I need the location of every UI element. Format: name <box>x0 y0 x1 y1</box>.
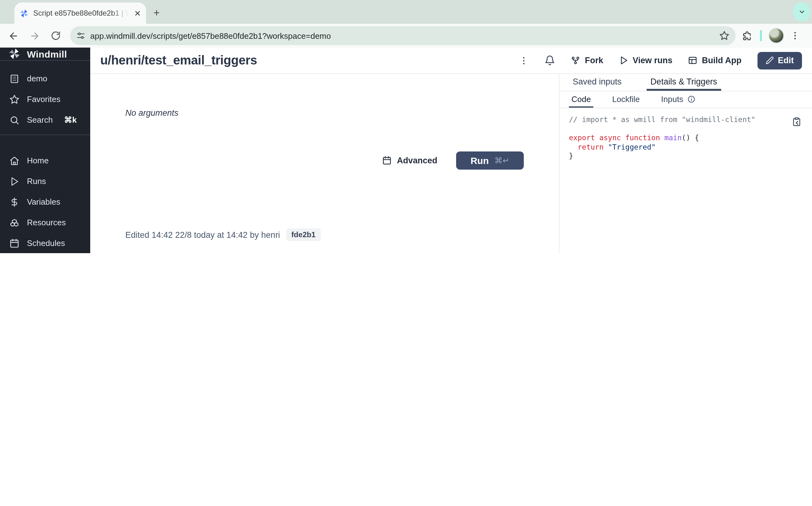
star-icon <box>9 94 19 104</box>
sidebar-item-label: demo <box>27 74 47 83</box>
subtab-label: Inputs <box>661 94 683 104</box>
code-viewer: // import * as wmill from "windmill-clie… <box>559 108 812 167</box>
toolbar-separator <box>760 30 762 41</box>
dollar-icon <box>9 197 19 207</box>
fork-label: Fork <box>585 56 603 65</box>
run-row: Advanced Run ⌘↵ <box>383 152 524 170</box>
edited-row: Edited 14:42 22/8 today at 14:42 by henr… <box>125 229 321 241</box>
subtab-lockfile[interactable]: Lockfile <box>610 91 642 108</box>
copy-code-button[interactable] <box>792 117 801 126</box>
header-actions: Fork View runs Build App Edit <box>519 52 812 69</box>
sidebar: Windmill demo Favorites Search ⌘k Home <box>0 48 90 253</box>
browser-toolbar: app.windmill.dev/scripts/get/e857be88e0f… <box>0 24 812 48</box>
kebab-icon <box>790 31 800 41</box>
extensions-button[interactable] <box>742 30 752 41</box>
more-options-button[interactable] <box>519 56 529 65</box>
browser-menu-button[interactable] <box>790 31 800 41</box>
tab-search-chevron[interactable] <box>793 2 810 21</box>
play-icon <box>619 56 628 65</box>
run-form-area: No arguments Advanced Run ⌘↵ Edited 14:4… <box>90 74 559 253</box>
details-panel: Saved inputs Details & Triggers Code Loc… <box>559 74 812 253</box>
kebab-icon <box>519 56 529 65</box>
avatar[interactable] <box>769 28 784 43</box>
sidebar-item-label: Runs <box>27 176 46 186</box>
info-icon <box>687 95 695 103</box>
back-button[interactable] <box>5 27 21 44</box>
sidebar-item-variables[interactable]: Variables <box>0 191 90 212</box>
details-subtabs: Code Lockfile Inputs <box>559 91 812 108</box>
arrow-right-icon <box>29 30 40 41</box>
sidebar-logo[interactable]: Windmill <box>0 48 90 61</box>
page-title: u/henri/test_email_triggers <box>100 53 257 68</box>
clipboard-icon <box>792 117 801 126</box>
sidebar-workspace-group: demo Favorites Search ⌘k <box>0 61 90 143</box>
chevron-down-icon <box>798 8 805 16</box>
sidebar-item-label: Variables <box>27 197 60 206</box>
script-header: u/henri/test_email_triggers Fork View ru… <box>90 48 812 74</box>
url-bar[interactable]: app.windmill.dev/scripts/get/e857be88e0f… <box>70 26 736 45</box>
advanced-button[interactable]: Advanced <box>383 156 437 165</box>
tab-label: Saved inputs <box>573 77 621 86</box>
search-icon <box>9 115 19 125</box>
subtab-label: Code <box>571 94 591 104</box>
pencil-icon <box>765 56 773 65</box>
sidebar-item-label: Home <box>27 156 49 165</box>
run-button[interactable]: Run ⌘↵ <box>456 152 524 170</box>
sidebar-item-runs[interactable]: Runs <box>0 171 90 191</box>
sidebar-item-label: Search <box>27 115 53 124</box>
arrow-left-icon <box>8 30 18 41</box>
fork-button[interactable]: Fork <box>571 56 603 65</box>
version-badge: fde2b1 <box>286 229 321 241</box>
run-shortcut: ⌘↵ <box>494 156 510 165</box>
no-arguments-text: No arguments <box>125 108 179 118</box>
tab-close-icon[interactable]: ✕ <box>134 9 141 17</box>
tab-title: Script e857be88e0fde2b1 | W <box>33 9 128 17</box>
home-icon <box>9 156 19 166</box>
subtab-inputs[interactable]: Inputs <box>659 91 698 108</box>
edited-text: Edited 14:42 22/8 today at 14:42 by henr… <box>125 230 280 239</box>
tab-details-triggers[interactable]: Details & Triggers <box>647 74 721 91</box>
new-tab-button[interactable]: + <box>149 6 164 21</box>
build-app-label: Build App <box>702 56 742 65</box>
calendar-icon <box>383 156 392 165</box>
search-shortcut: ⌘k <box>64 115 76 124</box>
edit-label: Edit <box>778 56 794 65</box>
subtab-label: Lockfile <box>612 94 640 104</box>
view-runs-button[interactable]: View runs <box>619 56 672 65</box>
sidebar-nav-group: Home Runs Variables Resources Schedules <box>0 143 90 253</box>
sidebar-item-home[interactable]: Home <box>0 150 90 171</box>
run-label: Run <box>471 155 489 166</box>
building-icon <box>9 74 19 84</box>
sidebar-item-favorites[interactable]: Favorites <box>0 89 90 109</box>
url-text: app.windmill.dev/scripts/get/e857be88e0f… <box>90 31 714 40</box>
windmill-favicon-icon <box>19 8 29 18</box>
notifications-button[interactable] <box>545 55 555 66</box>
details-tabs: Saved inputs Details & Triggers <box>559 74 812 91</box>
bell-icon <box>545 55 555 66</box>
sidebar-item-schedules[interactable]: Schedules <box>0 233 90 253</box>
tab-label: Details & Triggers <box>650 77 717 86</box>
reload-button[interactable] <box>48 27 64 44</box>
sidebar-item-label: Favorites <box>27 94 60 104</box>
puzzle-icon <box>742 30 752 41</box>
sidebar-item-search[interactable]: Search ⌘k <box>0 109 90 130</box>
forward-button[interactable] <box>26 27 43 44</box>
code-block: // import * as wmill from "windmill-clie… <box>569 115 803 161</box>
tab-saved-inputs[interactable]: Saved inputs <box>569 74 625 91</box>
build-app-button[interactable]: Build App <box>688 56 742 65</box>
subtab-code[interactable]: Code <box>569 91 593 108</box>
sidebar-divider <box>0 135 90 135</box>
edit-button[interactable]: Edit <box>757 52 802 69</box>
sidebar-item-resources[interactable]: Resources <box>0 212 90 233</box>
advanced-label: Advanced <box>397 156 437 165</box>
browser-tabstrip: Script e857be88e0fde2b1 | W ✕ + <box>0 0 812 24</box>
boxes-icon <box>9 218 19 228</box>
bookmark-star-icon[interactable] <box>719 31 729 41</box>
site-settings-icon[interactable] <box>76 31 85 40</box>
sidebar-item-workspace[interactable]: demo <box>0 68 90 89</box>
table-icon <box>688 56 698 65</box>
git-fork-icon <box>571 56 581 65</box>
brand-name: Windmill <box>27 49 67 59</box>
windmill-logo-icon <box>8 48 21 60</box>
browser-tab[interactable]: Script e857be88e0fde2b1 | W ✕ <box>14 2 146 24</box>
